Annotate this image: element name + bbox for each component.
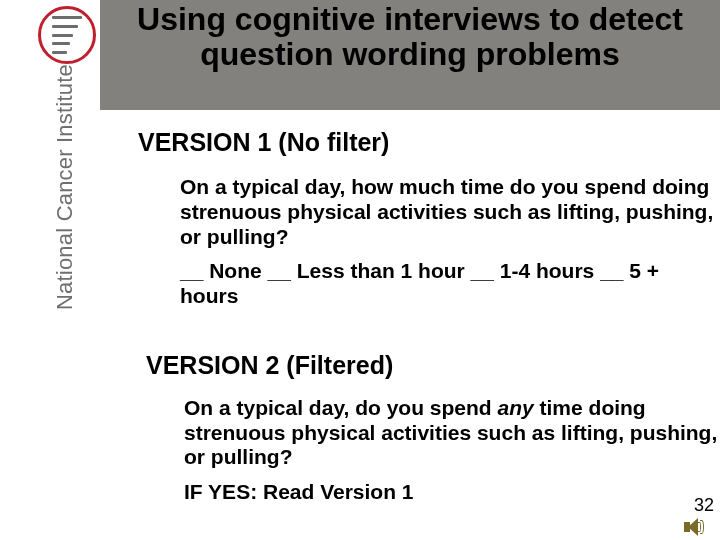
version2-header: VERSION 2 (Filtered) [146, 351, 720, 380]
content-area: VERSION 1 (No filter) On a typical day, … [110, 110, 720, 504]
nci-logo [38, 6, 96, 64]
version1-header: VERSION 1 (No filter) [138, 128, 720, 157]
version2-q-before: On a typical day, do you spend [184, 396, 498, 419]
version2-question: On a typical day, do you spend any time … [184, 396, 720, 470]
slide: National Cancer Institute Using cognitiv… [0, 0, 720, 540]
org-name: National Cancer Institute [52, 64, 78, 310]
sidebar: National Cancer Institute [0, 0, 100, 540]
title-band: Using cognitive interviews to detect que… [100, 0, 720, 110]
page-number: 32 [694, 495, 714, 516]
speaker-icon[interactable] [684, 518, 704, 536]
version2-ifyes: IF YES: Read Version 1 [184, 480, 720, 504]
version2-q-italic: any [498, 396, 534, 419]
version1-options: __ None __ Less than 1 hour __ 1-4 hours… [180, 259, 720, 309]
version1-question: On a typical day, how much time do you s… [180, 175, 720, 249]
slide-title: Using cognitive interviews to detect que… [100, 2, 720, 72]
